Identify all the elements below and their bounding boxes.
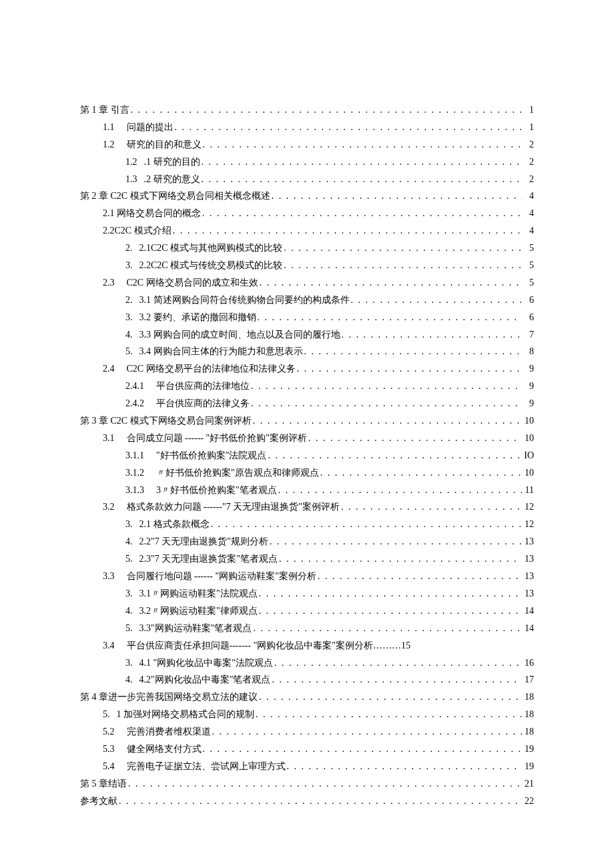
toc-number: 3. <box>125 585 133 602</box>
toc-label: 第 5 章结语 <box>80 775 127 793</box>
toc-leader-dots <box>210 516 523 533</box>
toc-entry: 3.1.2〃好书低价抢购案"原告观点和律师观点10 <box>80 464 534 482</box>
toc-number: 4. <box>125 671 133 689</box>
toc-page-number: 14 <box>522 602 534 620</box>
toc-page-number: 4 <box>522 187 534 205</box>
toc-leader-dots <box>340 326 523 344</box>
toc-entry: 5.2.3"7 天无理由退换货案"笔者观点13 <box>80 550 534 568</box>
toc-label: 4.2.2"7 天无理由退换货"规则分析 <box>125 533 268 550</box>
toc-number: 5.3 <box>103 741 115 758</box>
toc-page-number: 13 <box>522 568 534 585</box>
toc-title: 合同履行地问题 ------ "网购运动鞋案"案例分析 <box>127 571 316 581</box>
toc-entry: 参考文献22 <box>80 793 534 810</box>
toc-label: 3.1.2〃好书低价抢购案"原告观点和律师观点 <box>125 464 319 482</box>
toc-entry: 2.4C2C 网络交易平台的法律地位和法律义务9 <box>80 360 534 378</box>
toc-label: 2.4C2C 网络交易平台的法律地位和法律义务 <box>103 360 296 378</box>
toc-page-number: 19 <box>522 741 534 758</box>
toc-label: 4.3.2〃网购运动鞋案"律师观点 <box>125 602 258 620</box>
toc-label: 3.1.1"好书低价抢购案"法院观点 <box>125 447 266 464</box>
toc-leader-dots <box>250 395 522 412</box>
toc-leader-dots <box>319 464 522 482</box>
toc-entry: 3.3.1〃网购运动鞋案"法院观点13 <box>80 585 534 602</box>
toc-page-number: 1 <box>522 101 534 119</box>
toc-title: 2.1 格式条款概念 <box>139 519 210 529</box>
toc-leader-dots <box>258 274 522 292</box>
toc-label: 2.3.1 简述网购合同符合传统购物合同要约的构成条件 <box>125 292 350 309</box>
toc-title: 完善消费者维权渠道 <box>127 727 211 737</box>
toc-number: 5.2 <box>103 723 115 741</box>
toc-title: 第 3 章 C2C 模式下网络交易合同案例评析 <box>80 416 252 426</box>
toc-label: 第 2 章 C2C 模式下网络交易合同相关概念概述 <box>80 187 270 205</box>
toc-label: 2.3C2C 网络交易合同的成立和生效 <box>103 274 258 292</box>
toc-label: 3.3.2 要约、承诺的撤回和撤销 <box>125 309 256 326</box>
toc-leader-dots <box>172 222 522 240</box>
toc-number: 4. <box>125 533 133 550</box>
toc-page-number: 22 <box>522 793 534 810</box>
toc-title: 〃好书低价抢购案"原告观点和律师观点 <box>156 468 319 478</box>
toc-leader-dots <box>200 153 523 171</box>
toc-label: 2.4.1平台供应商的法律地位 <box>125 378 250 395</box>
toc-page-number: 8 <box>522 343 534 360</box>
toc-title: 2.3"7 天无理由退换货案"笔者观点 <box>139 554 278 564</box>
toc-leader-dots <box>278 550 522 568</box>
toc-entry: 1.3.2 研究的意义2 <box>80 171 534 188</box>
toc-entry: 5.1 加强对网络交易格式合同的规制18 <box>80 706 534 723</box>
toc-title: 健全网络支付方式 <box>127 744 202 754</box>
toc-number: 1.2 <box>103 136 115 153</box>
toc-entry: 第 2 章 C2C 模式下网络交易合同相关概念概述4 <box>80 187 534 205</box>
toc-number: 4. <box>125 326 133 344</box>
toc-leader-dots <box>266 447 522 464</box>
toc-title: 第 5 章结语 <box>80 779 127 789</box>
toc-number: 1.3 <box>125 171 137 188</box>
toc-entry: 2.4.1平台供应商的法律地位9 <box>80 378 534 395</box>
toc-label: 3.4平台供应商责任承担问题------- "网购化妆品中毒案"案例分析………1… <box>103 637 410 655</box>
toc-page-number: 2 <box>522 153 534 171</box>
toc-page-number: 18 <box>522 689 534 706</box>
toc-page-number: IO <box>522 447 534 464</box>
toc-leader-dots <box>270 671 522 689</box>
toc-title: 3.2 要约、承诺的撤回和撤销 <box>139 312 256 322</box>
toc-title: 2.2C2C 模式与传统交易模式的比较 <box>139 260 283 270</box>
toc-page-number: 13 <box>522 533 534 550</box>
toc-page-number: 14 <box>522 620 534 637</box>
toc-entry: 3.2.1 格式条款概念12 <box>80 516 534 533</box>
toc-label: 4.4.2"网购化妆品中毒案"笔者观点 <box>125 671 270 689</box>
toc-title: 2.1C2C 模式与其他网购模式的比较 <box>139 243 283 253</box>
toc-title: 第 1 章 引言 <box>80 105 129 115</box>
toc-title: 参考文献 <box>80 796 117 806</box>
toc-entry: 3.2格式条款效力问题 ------"7 天无理由退换货"案例评析12 <box>80 498 534 516</box>
toc-title: 1 加强对网络交易格式合同的规制 <box>117 709 255 719</box>
toc-title: .1 研究的目的 <box>144 157 200 167</box>
toc-label: 3.3合同履行地问题 ------ "网购运动鞋案"案例分析 <box>103 568 316 585</box>
toc-leader-dots <box>202 136 523 153</box>
toc-number: 1.2 <box>125 153 137 171</box>
toc-leader-dots <box>127 775 522 793</box>
toc-title: .2 研究的意义 <box>144 174 200 184</box>
toc-leader-dots <box>277 482 522 499</box>
toc-page-number: 10 <box>522 412 534 430</box>
toc-label: 5.2.3"7 天无理由退换货案"笔者观点 <box>125 550 278 568</box>
toc-entry: 2.3.1 简述网购合同符合传统购物合同要约的构成条件6 <box>80 292 534 309</box>
toc-label: 3.2格式条款效力问题 ------"7 天无理由退换货"案例评析 <box>103 498 340 516</box>
toc-leader-dots <box>202 741 523 758</box>
toc-leader-dots <box>268 533 522 550</box>
toc-number: 5. <box>125 620 133 637</box>
toc-page-number: 11 <box>522 482 534 499</box>
toc-entry: 3.1.33〃好书低价抢购案"笔者观点11 <box>80 482 534 499</box>
toc-title: C2C 网络交易合同的成立和生效 <box>127 278 258 288</box>
toc-label: 5.4完善电子证据立法、尝试网上审理方式 <box>103 758 286 775</box>
toc-page-number: 18 <box>522 706 534 723</box>
toc-number: 3. <box>125 309 133 326</box>
toc-leader-dots <box>200 171 523 188</box>
toc-entry: 第 1 章 引言1 <box>80 101 534 119</box>
toc-leader-dots <box>258 602 522 620</box>
toc-number: 2.4 <box>103 360 115 378</box>
toc-label: 1.3.2 研究的意义 <box>125 171 200 188</box>
toc-page-number: 9 <box>522 378 534 395</box>
toc-page-number: 5 <box>522 257 534 274</box>
toc-title: 3.3"网购运动鞋案"笔者观点 <box>139 623 252 633</box>
toc-leader-dots <box>273 655 522 672</box>
toc-page-number: 13 <box>522 550 534 568</box>
toc-leader-dots <box>282 240 522 257</box>
toc-page-number: 2 <box>522 171 534 188</box>
